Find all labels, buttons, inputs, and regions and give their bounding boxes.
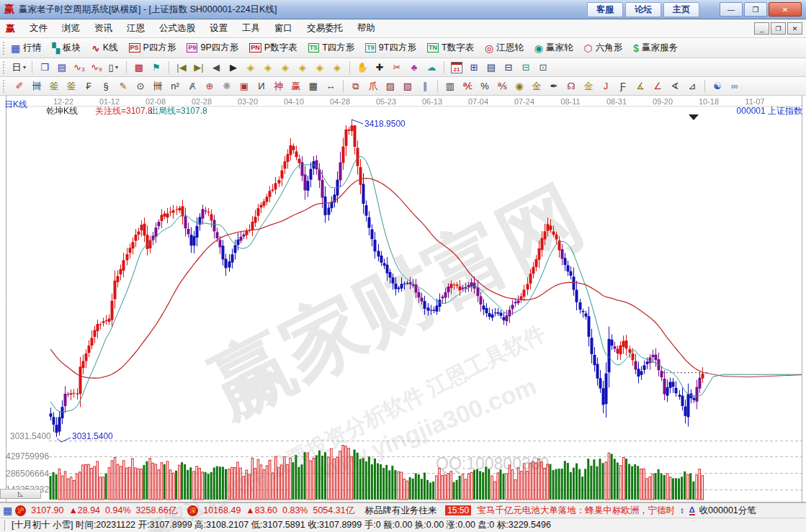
net-box-tool[interactable]: ▧ [399, 79, 416, 94]
t-number-table-button[interactable]: TNT数字表 [427, 42, 474, 54]
winner-service-button[interactable]: $赢家服务 [633, 42, 678, 54]
infinity-icon[interactable]: ∞ [726, 79, 743, 94]
p-square-button[interactable]: PSP四方形 [129, 42, 176, 54]
notebook-icon[interactable]: ▤ [483, 60, 500, 75]
calendar-icon[interactable]: 21 [448, 60, 465, 75]
price-grid-tool[interactable]: 卌 [149, 79, 166, 94]
wave3-icon[interactable]: ∿₃ [71, 60, 88, 75]
web-box-tool[interactable]: ▣ [236, 79, 253, 94]
menu-formula-stock-pick[interactable]: 公式选股 [152, 22, 202, 35]
percent-line-tool[interactable]: ℁ [493, 79, 511, 94]
hexagon-button[interactable]: ⬡六角形 [583, 42, 622, 54]
structure-tree-icon[interactable]: ♣ [406, 60, 423, 75]
gold-section-tool[interactable]: 金 [528, 79, 545, 94]
fenbi-chart-icon[interactable]: Δ [689, 506, 695, 515]
9t-square-button[interactable]: T99T四方形 [365, 42, 416, 54]
pen-tool[interactable]: ✎ [115, 79, 132, 94]
last-bar-icon[interactable]: ▶| [190, 60, 207, 75]
send-pc-icon[interactable]: ⊡ [534, 60, 552, 75]
brush-tool[interactable]: ✐ [11, 79, 28, 94]
n-square-tool[interactable]: n² [166, 79, 184, 94]
fib-tool[interactable]: ₣ [80, 79, 97, 94]
mdi-close-button[interactable]: ✕ [787, 22, 802, 35]
news-scroll-spinner[interactable]: ▴▾ [681, 507, 684, 514]
yinyang-icon[interactable]: ☯ [709, 79, 726, 94]
target-tool[interactable]: ⊕ [201, 79, 218, 94]
gold-line-tool[interactable]: 金 [580, 79, 597, 94]
gold-circle-tool[interactable]: ◉ [511, 79, 528, 94]
shift-left-icon[interactable]: ◈ [242, 60, 259, 75]
pan-hand-icon[interactable]: ✋ [354, 60, 371, 75]
crosshair-icon[interactable]: ✚ [371, 60, 388, 75]
menu-help[interactable]: 帮助 [350, 22, 382, 35]
gold-grid-tool[interactable]: 釜 [45, 79, 63, 94]
forum-button[interactable]: 论坛 [625, 2, 661, 17]
multi-window-icon[interactable]: ❒ [36, 60, 53, 75]
pane-corner-button[interactable]: ◺ [0, 489, 41, 499]
menu-gann[interactable]: 江恩 [120, 22, 152, 35]
ink-pen-tool[interactable]: ✒ [545, 79, 563, 94]
parallel-lines-tool[interactable]: ∥ [416, 79, 434, 94]
j-angle-tool[interactable]: Ј [597, 79, 614, 94]
percent-tool[interactable]: % [476, 79, 493, 94]
9p-square-button[interactable]: P99P四方形 [187, 42, 238, 54]
f-angle-tool[interactable]: Ƒ [614, 79, 632, 94]
fit-screen-icon[interactable]: ◈ [328, 60, 346, 75]
speed-angle-tool[interactable]: ∠ [649, 79, 666, 94]
width-measure-tool[interactable]: ↔ [322, 79, 339, 94]
fan-lines-tool[interactable]: 爪 [364, 79, 382, 94]
mind-cloud-icon[interactable]: ☁ [423, 60, 440, 75]
window-restore-button[interactable]: ❐ [744, 2, 767, 17]
prev-bar-icon[interactable]: ◀ [207, 60, 225, 75]
kline-button[interactable]: ∿K线 [91, 42, 118, 54]
first-bar-icon[interactable]: |◀ [173, 60, 190, 75]
gann-grid-tool[interactable]: 卌 [28, 79, 45, 94]
menu-trade[interactable]: 交易委托 [300, 22, 350, 35]
sectors-button[interactable]: ▚板块 [52, 42, 81, 54]
expand-h-icon[interactable]: ◈ [277, 60, 294, 75]
quotes-button[interactable]: ▦行情 [11, 42, 41, 54]
shift-right-icon[interactable]: ◈ [259, 60, 277, 75]
box-frame-tool[interactable]: ⧉ [347, 79, 364, 94]
gold-angle-tool[interactable]: ∡ [632, 79, 649, 94]
menu-window[interactable]: 窗口 [267, 22, 300, 35]
period-day-selector[interactable]: 日▼ [11, 60, 28, 75]
headline-news-text[interactable]: 宝马千亿元电池大单落地：蜂巢中标欧洲，宁德时 [477, 505, 675, 517]
info-board-icon[interactable]: ▤ [53, 60, 71, 75]
winner-wheel-button[interactable]: ◉赢家轮 [534, 42, 573, 54]
pattern-grid-icon[interactable]: ▩ [130, 60, 148, 75]
menu-settings[interactable]: 设置 [202, 22, 235, 35]
spiral-tool[interactable]: § [97, 79, 115, 94]
gann-wheel-button[interactable]: ◎江恩轮 [485, 42, 524, 54]
wedge-tool[interactable]: ⊿ [684, 79, 701, 94]
customer-service-button[interactable]: 客服 [587, 2, 623, 17]
menu-news[interactable]: 资讯 [87, 22, 120, 35]
save-icon[interactable]: ⊟ [500, 60, 517, 75]
column-tool[interactable]: ▥ [442, 79, 459, 94]
shen-mark-tool[interactable]: 神 [270, 79, 287, 94]
mirror-tool[interactable]: Ⱥ [184, 79, 201, 94]
menu-file[interactable]: 文件 [22, 22, 55, 35]
t-square-button[interactable]: TST四方形 [308, 42, 355, 54]
number-grid-tool[interactable]: ▦ [305, 79, 322, 94]
window-close-button[interactable]: ✕ [769, 2, 802, 17]
candle-style-selector[interactable]: ▯▼ [105, 60, 122, 75]
kline-chart-canvas[interactable] [0, 96, 806, 502]
p-number-table-button[interactable]: PNP数字表 [249, 42, 297, 54]
n-mark-tool[interactable]: И [253, 79, 270, 94]
calculator-icon[interactable]: ⊞ [465, 60, 483, 75]
menu-browse[interactable]: 浏览 [55, 22, 87, 35]
mdi-minimize-button[interactable]: _ [754, 22, 769, 35]
expand-v-icon[interactable]: ◈ [311, 60, 328, 75]
arc-tool[interactable]: ☊ [563, 79, 580, 94]
trend-flag-icon[interactable]: ⚑ [148, 60, 165, 75]
wave9-icon[interactable]: ∿₉ [88, 60, 105, 75]
gold-grid2-tool[interactable]: 釜 [63, 79, 80, 94]
hatch-box-tool[interactable]: ▨ [382, 79, 399, 94]
save-sync-icon[interactable]: ⊟ [517, 60, 534, 75]
gann-angle-tool[interactable]: ∢ [666, 79, 684, 94]
compress-h-icon[interactable]: ◈ [294, 60, 311, 75]
gann-clock-tool[interactable]: ⊙ [132, 79, 149, 94]
mdi-restore-button[interactable]: ❐ [771, 22, 786, 35]
next-bar-icon[interactable]: ▶ [225, 60, 242, 75]
